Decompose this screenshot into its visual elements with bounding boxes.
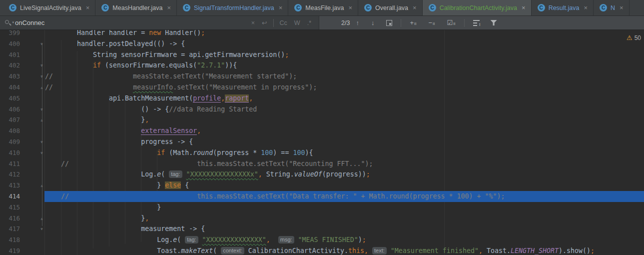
- code-text: // measState.setText("Measurement starte…: [45, 71, 297, 82]
- tab-result-java[interactable]: CResult.java×: [532, 0, 594, 16]
- code-line-399[interactable]: 399 Handler handler = new Handler();: [0, 30, 644, 38]
- fold-icon[interactable]: ▿: [38, 224, 45, 234]
- code-line-416[interactable]: 416▵ },: [0, 213, 644, 224]
- code-line-410[interactable]: 410▿ if (Math.round(progress * 100) == 1…: [0, 148, 644, 158]
- fold-icon[interactable]: ▿: [38, 71, 45, 82]
- tab-n[interactable]: CN×: [594, 0, 630, 16]
- code-line-401[interactable]: 401 String sensorFirmware = api.getFirmw…: [0, 50, 644, 60]
- tab-close-icon[interactable]: ×: [279, 4, 283, 12]
- code-line-412[interactable]: 412 Log.e( tag: "XXXXXXXXXXXXXXXx", Stri…: [0, 169, 644, 180]
- tab-meashandler-java[interactable]: CMeasHandler.java×: [95, 0, 177, 16]
- tab-label: LiveSignalActivity.java: [20, 4, 81, 12]
- filter-icon[interactable]: [491, 20, 497, 26]
- tab-overall-java[interactable]: COverall.java×: [358, 0, 423, 16]
- search-input[interactable]: ▾ onConnec × ↩ Cc W .*: [0, 16, 319, 30]
- code-line-406[interactable]: 406▿ () -> {//data Reading Started: [0, 104, 644, 115]
- code-line-407[interactable]: 407▵ },: [0, 114, 644, 126]
- tab-close-icon[interactable]: ×: [584, 4, 588, 12]
- tab-label: N: [611, 4, 615, 12]
- multiline-search-toggle-icon[interactable]: [386, 20, 392, 26]
- fold-icon[interactable]: ▵: [38, 82, 45, 93]
- code-line-409[interactable]: 409▿ progress -> {: [0, 136, 644, 148]
- line-number: 419: [0, 246, 20, 255]
- code-text: externalSensor,: [45, 126, 201, 136]
- code-text: if (sensorFirmware.equals("2.7.1")){: [45, 60, 237, 71]
- class-icon: C: [429, 4, 436, 12]
- match-case-toggle[interactable]: Cc: [280, 20, 287, 26]
- fold-icon[interactable]: ▵: [38, 180, 45, 191]
- line-number: 407: [0, 114, 20, 126]
- code-text: String sensorFirmware = api.getFirmwarev…: [45, 50, 289, 60]
- line-number: 405: [0, 93, 20, 104]
- code-text: if (Math.round(progress * 100) == 100){: [45, 148, 313, 158]
- code-line-411[interactable]: 411 // this.measState.setText("Recountin…: [0, 158, 644, 170]
- line-number: 402: [0, 60, 20, 71]
- line-number: 414: [0, 191, 20, 202]
- search-query-text[interactable]: onConnec: [15, 19, 44, 26]
- code-editor[interactable]: 399 Handler handler = new Handler();400▿…: [0, 30, 644, 255]
- code-line-419[interactable]: 419 Toast.makeText( context: Calibration…: [0, 246, 644, 255]
- fold-icon[interactable]: ▵: [38, 114, 45, 126]
- add-occurrence-button[interactable]: +II: [410, 19, 416, 26]
- whole-words-toggle[interactable]: W: [294, 20, 300, 26]
- code-line-400[interactable]: 400▿ handler.postDelayed(() -> {: [0, 38, 644, 50]
- code-text: // this.measState.setText("Recounting FF…: [45, 158, 373, 170]
- code-line-415[interactable]: 415 }: [0, 202, 644, 213]
- fold-icon[interactable]: ▿: [38, 148, 45, 158]
- fold-icon[interactable]: ▵: [38, 213, 45, 224]
- next-occurrence-button[interactable]: ↓: [371, 19, 375, 26]
- tab-signaltransformhandler-java[interactable]: CSignalTransformHandler.java×: [177, 0, 288, 16]
- code-lines[interactable]: 399 Handler handler = new Handler();400▿…: [0, 30, 644, 255]
- previous-occurrence-button[interactable]: ↑: [356, 19, 359, 26]
- clear-search-icon[interactable]: ×: [251, 20, 255, 26]
- tab-livesignalactivity-java[interactable]: CLiveSignalActivity.java×: [3, 0, 95, 16]
- remove-occurrence-button[interactable]: −II: [428, 19, 435, 26]
- code-text: api.BatchMeasurement(profile,raport,: [45, 93, 253, 104]
- parameter-hint-chip: text:: [372, 247, 387, 254]
- warning-count: 50: [635, 34, 641, 42]
- fold-icon[interactable]: ▿: [38, 60, 45, 71]
- fold-icon[interactable]: ▿: [38, 104, 45, 115]
- fold-icon[interactable]: ▿: [38, 38, 45, 50]
- tab-close-icon[interactable]: ×: [167, 4, 171, 12]
- code-line-417[interactable]: 417▿ measurement -> {: [0, 224, 644, 234]
- tab-close-icon[interactable]: ×: [522, 4, 526, 12]
- code-line-402[interactable]: 402▿ if (sensorFirmware.equals("2.7.1"))…: [0, 60, 644, 71]
- line-number: 418: [0, 234, 20, 246]
- code-text: Handler handler = new Handler();: [45, 30, 205, 38]
- code-text: Log.e( tag: "XXXXXXXXXXXXXXXx", String.v…: [45, 169, 370, 180]
- tab-calibrationchartactivity-java[interactable]: CCalibrationChartActivity.java×: [423, 0, 532, 16]
- search-icon-handle: [9, 23, 11, 26]
- select-all-occurrences-button[interactable]: ☑II: [447, 19, 455, 26]
- tab-close-icon[interactable]: ×: [620, 4, 624, 12]
- code-line-404[interactable]: 404▵// measurInfo.setText("Measurement i…: [0, 82, 644, 93]
- find-toolbar: 2/3 ↑ ↓ +II −II ☑II I: [319, 16, 644, 30]
- tab-measfile-java[interactable]: CMeasFile.java×: [288, 0, 358, 16]
- tab-close-icon[interactable]: ×: [413, 4, 417, 12]
- line-number: 399: [0, 30, 20, 38]
- inspection-widget[interactable]: ⚠ 50: [627, 34, 641, 42]
- search-options-icon[interactable]: I: [473, 20, 481, 26]
- fold-icon[interactable]: ▿: [38, 136, 45, 148]
- occurrence-subscript: II: [414, 22, 416, 26]
- editor-tab-bar: CLiveSignalActivity.java×CMeasHandler.ja…: [0, 0, 644, 16]
- class-icon: C: [538, 4, 545, 12]
- class-icon: C: [600, 4, 607, 12]
- code-line-413[interactable]: 413▵ } else {: [0, 180, 644, 191]
- code-line-414[interactable]: 414 // this.measState.setText("Data tran…: [0, 191, 644, 202]
- search-history-icon[interactable]: ↩: [262, 19, 267, 26]
- regex-toggle[interactable]: .*: [307, 20, 311, 26]
- search-icon[interactable]: ▾: [5, 19, 13, 26]
- tab-label: MeasFile.java: [305, 4, 344, 12]
- code-line-418[interactable]: 418 Log.e( tag: "XXXXXXXXXXXXXX", msg: "…: [0, 234, 644, 246]
- tab-close-icon[interactable]: ×: [348, 4, 352, 12]
- code-line-403[interactable]: 403▿// measState.setText("Measurement st…: [0, 71, 644, 82]
- code-line-408[interactable]: 408 externalSensor,: [0, 126, 644, 136]
- tab-label: SignalTransformHandler.java: [194, 4, 274, 12]
- code-line-405[interactable]: 405 api.BatchMeasurement(profile,raport,: [0, 93, 644, 104]
- divider: [401, 19, 401, 27]
- tab-close-icon[interactable]: ×: [86, 4, 90, 12]
- line-number: 413: [0, 180, 20, 191]
- parameter-hint-chip: context:: [221, 247, 244, 254]
- tab-label: CalibrationChartActivity.java: [440, 4, 517, 12]
